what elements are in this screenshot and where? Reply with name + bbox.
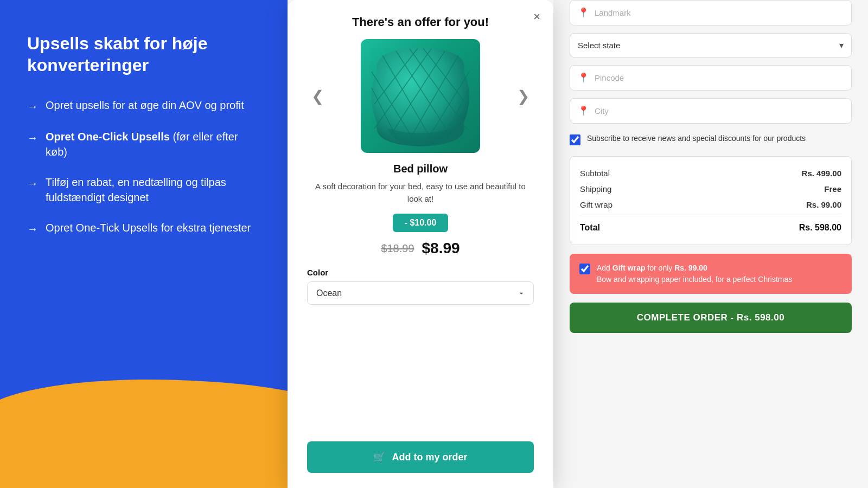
color-select[interactable]: Ocean Blue Green Red — [307, 281, 534, 305]
old-price: $18.99 — [381, 242, 414, 255]
feature-list: → Opret upsells for at øge din AOV og pr… — [27, 98, 260, 236]
product-image — [361, 39, 480, 153]
chevron-down-icon: ▾ — [839, 40, 844, 50]
cart-icon: 🛒 — [373, 451, 385, 463]
discount-badge: - $10.00 — [393, 214, 449, 232]
list-item-4: → Opret One-Tick Upsells for ekstra tjen… — [27, 220, 260, 236]
total-row: Total Rs. 598.00 — [580, 216, 841, 236]
shipping-label: Shipping — [580, 184, 611, 194]
subscribe-checkbox[interactable] — [570, 134, 580, 145]
upsell-modal: × There's an offer for you! ❮ — [288, 0, 553, 488]
left-title: Upsells skabt for høje konverteringer — [27, 33, 260, 76]
shipping-row: Shipping Free — [580, 181, 841, 197]
pincode-input[interactable] — [595, 73, 844, 82]
subtotal-value: Rs. 499.00 — [802, 169, 841, 178]
arrow-icon-4: → — [27, 221, 38, 236]
gift-wrap-checkbox[interactable] — [579, 264, 590, 274]
modal-title: There's an offer for you! — [352, 15, 489, 29]
landmark-input[interactable] — [595, 8, 844, 17]
product-image-container: ❮ — [307, 39, 534, 153]
subscribe-row: Subscribe to receive news and special di… — [570, 133, 852, 145]
right-panel: 📍 Select state Maharashtra Delhi Karnata… — [553, 0, 868, 488]
complete-order-button[interactable]: COMPLETE ORDER - Rs. 598.00 — [570, 303, 852, 333]
order-summary: Subtotal Rs. 499.00 Shipping Free Gift w… — [570, 156, 852, 245]
gift-wrap-text: Add Gift wrap for only Rs. 99.00 Bow and… — [597, 262, 792, 285]
shipping-value: Free — [824, 184, 841, 194]
state-select[interactable]: Select state Maharashtra Delhi Karnataka… — [578, 41, 839, 50]
giftwrap-row: Gift wrap Rs. 99.00 — [580, 197, 841, 213]
new-price: $8.99 — [422, 240, 460, 257]
list-item-3-text: Tilføj en rabat, en nedtælling og tilpas… — [46, 175, 260, 205]
product-name: Bed pillow — [393, 163, 448, 175]
color-label: Color — [307, 268, 534, 277]
city-location-icon: 📍 — [578, 105, 589, 117]
arrow-icon-3: → — [27, 176, 38, 191]
state-select-group: Select state Maharashtra Delhi Karnataka… — [570, 33, 852, 57]
list-item-1-text: Opret upsells for at øge din AOV og prof… — [46, 98, 244, 113]
total-value: Rs. 598.00 — [799, 223, 841, 233]
list-item-2-bold: Opret One-Click Upsells — [46, 131, 170, 143]
city-input-group: 📍 — [570, 98, 852, 124]
pincode-location-icon: 📍 — [578, 72, 589, 84]
gift-sub-text: Bow and wrapping paper included, for a p… — [597, 274, 792, 285]
next-product-button[interactable]: ❯ — [513, 83, 534, 110]
giftwrap-label: Gift wrap — [580, 200, 612, 209]
list-item-2: → Opret One-Click Upsells (før eller eft… — [27, 129, 260, 159]
list-item-2-text: Opret One-Click Upsells (før eller efter… — [46, 129, 260, 159]
close-button[interactable]: × — [533, 11, 540, 23]
subtotal-row: Subtotal Rs. 499.00 — [580, 165, 841, 181]
total-label: Total — [580, 223, 600, 233]
left-panel: Upsells skabt for høje konverteringer → … — [0, 0, 288, 488]
add-to-order-label: Add to my order — [392, 452, 467, 463]
arrow-icon-2: → — [27, 130, 38, 145]
list-item-3: → Tilføj en rabat, en nedtælling og tilp… — [27, 175, 260, 205]
list-item-1: → Opret upsells for at øge din AOV og pr… — [27, 98, 260, 114]
pricing-container: $18.99 $8.99 — [381, 240, 459, 257]
city-input[interactable] — [595, 106, 844, 115]
landmark-input-group: 📍 — [570, 0, 852, 25]
subtotal-label: Subtotal — [580, 169, 610, 178]
list-item-4-text: Opret One-Tick Upsells for ekstra tjenes… — [46, 220, 251, 235]
arrow-icon-1: → — [27, 99, 38, 114]
prev-product-button[interactable]: ❮ — [307, 83, 328, 110]
gift-main-text: Add Gift wrap for only Rs. 99.00 — [597, 262, 792, 274]
landmark-location-icon: 📍 — [578, 7, 589, 18]
subscribe-label: Subscribe to receive news and special di… — [587, 133, 806, 144]
pincode-input-group: 📍 — [570, 65, 852, 91]
gift-wrap-bold: Gift wrap — [612, 264, 646, 272]
product-description: A soft decoration for your bed, easy to … — [307, 181, 534, 205]
gift-price: Rs. 99.00 — [674, 264, 707, 272]
gift-wrap-promo: Add Gift wrap for only Rs. 99.00 Bow and… — [570, 254, 852, 294]
giftwrap-value: Rs. 99.00 — [806, 200, 841, 209]
add-to-order-button[interactable]: 🛒 Add to my order — [307, 441, 534, 473]
